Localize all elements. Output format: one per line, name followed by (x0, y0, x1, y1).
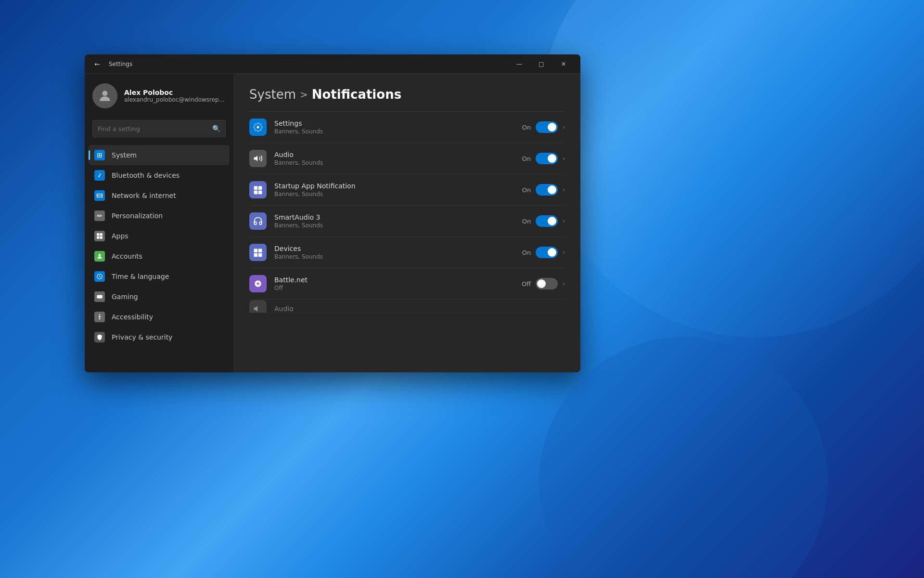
user-profile[interactable]: Alex Poloboc alexandru_poloboc@windowsre… (85, 74, 233, 116)
title-bar-left: ← Settings (90, 57, 508, 71)
privacy-icon (94, 332, 105, 342)
svg-point-6 (99, 254, 101, 256)
chevron-icon: › (563, 280, 565, 287)
svg-rect-2 (97, 233, 99, 236)
sidebar-item-system[interactable]: ⊞ System (89, 145, 230, 165)
svg-rect-12 (254, 186, 258, 190)
breadcrumb-system: System (249, 87, 296, 102)
toggle-battle[interactable] (536, 278, 558, 289)
sidebar-item-network[interactable]: Network & internet (89, 185, 230, 206)
notif-right: On › (522, 121, 565, 133)
page-header: System > Notifications (234, 74, 580, 111)
settings-window: ← Settings — □ ✕ Alex Poloboc (85, 54, 580, 372)
notif-name: Startup App Notification (274, 182, 514, 190)
notif-status: On (522, 186, 531, 194)
sidebar-item-accessibility[interactable]: Accessibility (89, 307, 230, 327)
close-button[interactable]: ✕ (552, 56, 575, 72)
user-info: Alex Poloboc alexandru_poloboc@windowsre… (124, 89, 226, 103)
notif-name: Settings (274, 119, 514, 127)
notif-info: Startup App Notification Banners, Sounds (274, 182, 514, 197)
notif-item-startup[interactable]: Startup App Notification Banners, Sounds… (249, 174, 565, 206)
svg-marker-11 (254, 156, 258, 161)
notif-name: Audio (274, 305, 565, 313)
notif-info: SmartAudio 3 Banners, Sounds (274, 213, 514, 229)
chevron-icon: › (563, 155, 565, 162)
time-icon (94, 271, 105, 282)
svg-rect-13 (258, 186, 262, 190)
chevron-icon: › (563, 218, 565, 224)
notif-info: Settings Banners, Sounds (274, 119, 514, 135)
gaming-icon (94, 291, 105, 302)
toggle-startup[interactable] (536, 184, 558, 196)
settings-app-icon (249, 118, 267, 136)
notif-info: Battle.net Off (274, 276, 514, 291)
notif-right: On › (522, 247, 565, 258)
notif-sub: Banners, Sounds (274, 253, 514, 260)
notif-right: On › (522, 215, 565, 227)
battle-app-icon (249, 275, 267, 292)
svg-rect-4 (97, 236, 99, 239)
toggle-audio[interactable] (536, 153, 558, 164)
toggle-thumb (548, 154, 556, 163)
devices-app-icon (249, 244, 267, 261)
sidebar-item-apps[interactable]: Apps (89, 226, 230, 246)
nav-list: ⊞ System Bluetooth & devices Network & i… (85, 143, 233, 372)
notif-sub: Off (274, 285, 514, 291)
back-button[interactable]: ← (90, 57, 104, 71)
network-icon (94, 190, 105, 201)
avatar (92, 83, 117, 108)
svg-rect-8 (97, 295, 103, 299)
chevron-icon: › (563, 186, 565, 193)
notif-item-smartaudio[interactable]: SmartAudio 3 Banners, Sounds On › (249, 206, 565, 237)
window-controls: — □ ✕ (508, 56, 575, 72)
sidebar-item-accounts[interactable]: Accounts (89, 246, 230, 266)
svg-point-9 (99, 314, 100, 315)
toggle-devices[interactable] (536, 247, 558, 258)
search-box[interactable]: 🔍 (92, 120, 226, 137)
notif-item-battle[interactable]: Battle.net Off Off › (249, 268, 565, 300)
notif-info: Audio Banners, Sounds (274, 151, 514, 166)
accounts-icon (94, 251, 105, 262)
sidebar-item-privacy[interactable]: Privacy & security (89, 327, 230, 347)
svg-marker-21 (254, 306, 258, 312)
sidebar-item-label: Gaming (112, 293, 138, 301)
notif-status: On (522, 124, 531, 131)
notif-name: Battle.net (274, 276, 514, 284)
svg-point-10 (257, 126, 259, 129)
sidebar-item-label: Personalization (112, 212, 163, 220)
sidebar-item-label: Apps (112, 232, 128, 240)
svg-rect-5 (100, 236, 103, 239)
notif-item-audio2[interactable]: Audio (249, 300, 565, 313)
minimize-button[interactable]: — (508, 56, 530, 72)
svg-rect-16 (254, 249, 258, 253)
sidebar-item-time[interactable]: Time & language (89, 266, 230, 287)
sidebar-item-bluetooth[interactable]: Bluetooth & devices (89, 165, 230, 185)
chevron-icon: › (563, 124, 565, 131)
sidebar-item-label: Network & internet (112, 192, 176, 199)
sidebar-item-label: Accessibility (112, 313, 153, 321)
notif-name: Devices (274, 245, 514, 252)
sidebar-item-gaming[interactable]: Gaming (89, 287, 230, 307)
notif-item-devices[interactable]: Devices Banners, Sounds On › (249, 237, 565, 268)
svg-rect-15 (258, 191, 262, 195)
notif-right: On › (522, 153, 565, 164)
maximize-button[interactable]: □ (530, 56, 552, 72)
notif-item-settings[interactable]: Settings Banners, Sounds On › (249, 112, 565, 143)
toggle-thumb (537, 279, 546, 288)
toggle-settings[interactable] (536, 121, 558, 133)
search-input[interactable] (98, 125, 208, 132)
apps-icon (94, 231, 105, 241)
notification-list: Settings Banners, Sounds On › (234, 112, 580, 372)
notif-info: Devices Banners, Sounds (274, 245, 514, 260)
toggle-smartaudio[interactable] (536, 215, 558, 227)
svg-rect-19 (258, 253, 262, 257)
user-email: alexandru_poloboc@windowsreport... (124, 96, 226, 103)
main-content: System > Notifications Settings Banners,… (234, 74, 580, 372)
sidebar-item-label: Privacy & security (112, 333, 172, 341)
notif-name: Audio (274, 151, 514, 158)
toggle-thumb (548, 217, 556, 225)
sidebar-item-personalization[interactable]: ✏ Personalization (89, 206, 230, 226)
breadcrumb: System > Notifications (249, 87, 565, 102)
notif-item-audio[interactable]: Audio Banners, Sounds On › (249, 143, 565, 174)
toggle-thumb (548, 185, 556, 194)
